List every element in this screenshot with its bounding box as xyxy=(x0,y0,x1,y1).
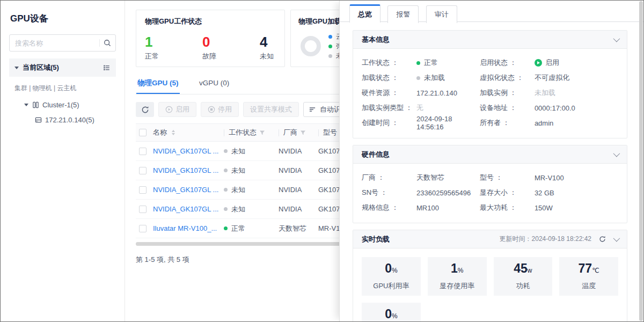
realtime-load-section: 实时负载 更新时间：2024-09-18 18:22:42 0%GPU利用率1%… xyxy=(353,230,627,322)
field-text: 32 GB xyxy=(535,189,554,197)
field-label: 所有者 ： xyxy=(480,118,535,128)
share-mode-button[interactable]: 设置共享模式 xyxy=(243,102,299,117)
sidebar-item-region[interactable]: 当前区域(5) xyxy=(9,58,116,77)
field-text: 2024-09-18 14:56:16 xyxy=(416,115,480,131)
work-status-label: 未知 xyxy=(260,52,274,61)
field: 启用状态 ：启用 xyxy=(480,55,618,70)
sort-icon[interactable] xyxy=(172,130,175,135)
field-label: 加载实例 ： xyxy=(480,88,535,98)
stop-button[interactable]: 停用 xyxy=(201,102,239,117)
tab-alerts[interactable]: 报警 xyxy=(387,5,419,23)
field-label: 虚拟化状态 ： xyxy=(480,73,535,83)
stat-value: 77℃ xyxy=(579,262,599,277)
field-label: 加载实例类型 ： xyxy=(362,103,416,113)
row-checkbox[interactable] xyxy=(139,225,147,232)
sidebar-item-cluster[interactable]: Cluster-1(5) xyxy=(24,101,116,109)
row-checkbox[interactable] xyxy=(139,167,147,174)
stat-unit: w xyxy=(528,267,532,274)
device-name-link[interactable]: NVIDIA_GK107GL ... xyxy=(153,186,218,194)
row-checkbox[interactable] xyxy=(139,206,147,213)
device-name-link[interactable]: NVIDIA_GK107GL ... xyxy=(153,147,218,155)
vendor-cell: NVIDIA xyxy=(279,166,318,174)
field-value: MR-V100 xyxy=(535,174,564,182)
realtime-load-header[interactable]: 实时负载 更新时间：2024-09-18 18:22:42 xyxy=(353,230,627,248)
sidebar-item-host[interactable]: 172.21.0.140(5) xyxy=(35,116,116,124)
hardware-info-section: 硬件信息 厂商 ：天数智芯型号 ：MR-V100SN号 ：23360259565… xyxy=(353,145,627,223)
tab-audit[interactable]: 审计 xyxy=(426,5,457,23)
play-circle-icon xyxy=(535,59,542,67)
field-label: 启用状态 ： xyxy=(480,58,535,68)
stat-card: 0%风扇转速 xyxy=(362,303,421,322)
header-status[interactable]: 工作状态 xyxy=(229,128,257,137)
field: 最大功耗 ：150W xyxy=(480,200,618,215)
tab-physical-gpu[interactable]: 物理GPU (5) xyxy=(136,76,180,94)
work-status-value: 1 xyxy=(145,34,159,50)
status-dot-icon xyxy=(416,76,420,80)
field-label: SN号 ： xyxy=(362,188,416,197)
search-input[interactable] xyxy=(15,39,97,47)
vertical-scrollbar[interactable] xyxy=(639,1,643,321)
status-text: 正常 xyxy=(231,224,245,233)
work-status-item: 1正常 xyxy=(145,34,159,61)
caret-down-icon[interactable] xyxy=(14,67,19,69)
header-model[interactable]: 型号 xyxy=(323,128,337,137)
field-value: 未加载 xyxy=(416,73,445,83)
stat-label: GPU利用率 xyxy=(373,281,409,291)
field-label: 规格信息 ： xyxy=(362,203,416,213)
caret-down-icon[interactable] xyxy=(24,104,28,106)
row-checkbox[interactable] xyxy=(139,186,147,194)
name-cell: NVIDIA_GK107GL ... xyxy=(153,166,224,174)
status-cell: 正常 xyxy=(224,224,279,233)
field: 加载状态 ：未加载 xyxy=(362,70,480,85)
name-cell: NVIDIA_GK107GL ... xyxy=(153,205,224,213)
filter-funnel-icon[interactable] xyxy=(259,130,265,136)
filter-settings-icon[interactable] xyxy=(103,64,111,71)
chevron-down-icon[interactable] xyxy=(613,235,620,242)
field: 设备地址 ：0000:17:00.0 xyxy=(480,100,618,115)
search-box xyxy=(9,34,116,52)
field: 硬件资源 ：172.21.0.140 xyxy=(362,85,480,100)
chevron-down-icon[interactable] xyxy=(613,150,620,157)
filter-funnel-icon[interactable] xyxy=(300,130,306,136)
row-checkbox[interactable] xyxy=(139,148,147,155)
tab-overview[interactable]: 总览 xyxy=(349,4,380,23)
field-text: 不可虚拟化 xyxy=(535,73,569,83)
device-name-link[interactable]: NVIDIA_GK107GL ... xyxy=(153,166,218,174)
stat-unit: % xyxy=(458,267,464,274)
stat-unit: % xyxy=(392,312,398,320)
field-text: 未加载 xyxy=(424,73,445,83)
field-label: 显存大小 ： xyxy=(480,188,535,197)
donut-chart xyxy=(301,36,321,56)
stat-unit: ℃ xyxy=(592,267,599,274)
field-value: 32 GB xyxy=(535,189,554,197)
refresh-button[interactable] xyxy=(136,102,154,117)
resource-type-links[interactable]: 集群 | 物理机 | 云主机 xyxy=(14,84,116,93)
tab-vgpu[interactable]: vGPU (0) xyxy=(198,77,230,92)
legend-dot-icon xyxy=(328,45,332,48)
field-value[interactable]: 172.21.0.140 xyxy=(416,89,457,97)
stat-value: 0% xyxy=(385,262,397,277)
header-name[interactable]: 名称 xyxy=(153,128,167,137)
stat-label: 显存使用率 xyxy=(440,281,474,291)
stat-label: 功耗 xyxy=(516,281,530,291)
hardware-info-header[interactable]: 硬件信息 xyxy=(353,145,627,164)
header-vendor[interactable]: 厂商 xyxy=(283,128,297,137)
device-name-link[interactable]: Iluvatar MR-V100_... xyxy=(153,224,217,232)
cluster-label: Cluster-1(5) xyxy=(42,101,79,109)
vendor-cell: NVIDIA xyxy=(279,147,318,155)
chevron-down-icon[interactable] xyxy=(613,35,620,42)
device-name-link[interactable]: NVIDIA_GK107GL ... xyxy=(153,205,218,213)
status-text: 未知 xyxy=(231,185,245,195)
work-status-item: 0故障 xyxy=(202,34,216,61)
stat-label: 温度 xyxy=(582,281,596,291)
enable-button[interactable]: 启用 xyxy=(158,102,196,117)
refresh-icon[interactable] xyxy=(599,236,606,243)
status-text: 未知 xyxy=(231,147,245,156)
field-label: 型号 ： xyxy=(480,173,535,182)
refresh-icon xyxy=(141,106,149,114)
select-all-checkbox[interactable] xyxy=(139,129,147,136)
checkbox-cell xyxy=(136,225,153,232)
search-icon[interactable] xyxy=(104,39,111,47)
status-dot-icon xyxy=(416,61,420,65)
basic-info-header[interactable]: 基本信息 xyxy=(353,31,627,49)
